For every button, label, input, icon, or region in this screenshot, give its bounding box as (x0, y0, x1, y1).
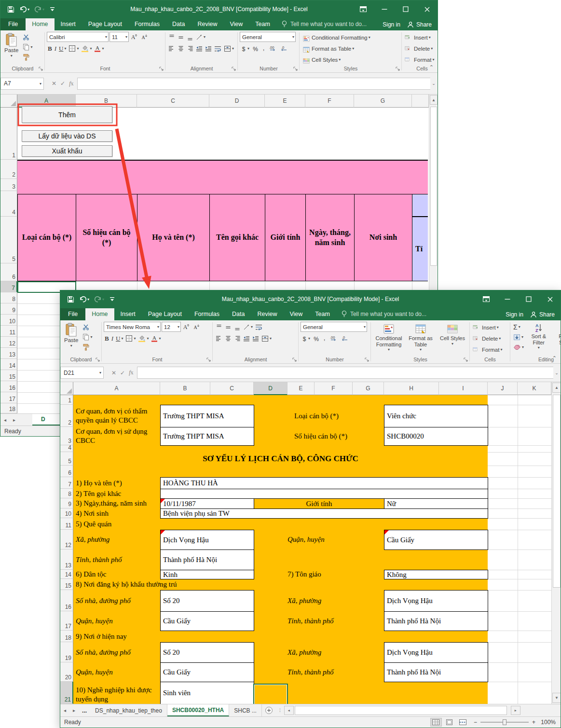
fill-color-button[interactable]: ▾ (137, 333, 150, 343)
copy-button[interactable]: ▾ (82, 332, 93, 342)
scroll-left-icon[interactable]: ◂ (284, 706, 294, 715)
zoom-thumb[interactable] (503, 719, 506, 725)
dialog-launcher-icon[interactable] (232, 67, 236, 71)
row-header-16[interactable]: 16 (60, 590, 73, 611)
borders-button[interactable]: ▾ (124, 333, 137, 343)
dialog-launcher-icon[interactable] (96, 357, 100, 362)
font-name-combo[interactable]: Times New Roma▾ (104, 322, 161, 332)
find-select-button[interactable]: Find & Select▾ (553, 322, 561, 351)
align-center-button[interactable] (177, 43, 185, 54)
row-header-4[interactable]: 4 (0, 191, 17, 217)
clear-button[interactable]: ▾ (512, 342, 525, 352)
tab-team[interactable]: Team (249, 18, 276, 30)
cell-styles-button[interactable]: Cell Styles▾ (437, 322, 468, 347)
row-header-15[interactable]: 15 (0, 370, 17, 381)
close-button[interactable] (416, 0, 438, 18)
scrollbar-thumb[interactable] (430, 107, 437, 266)
tell-me-box[interactable]: Tell me what you want to do... (336, 310, 431, 320)
row-header-14[interactable]: 14 (60, 570, 73, 579)
zoom-slider[interactable]: −+ (474, 719, 535, 726)
increase-indent-button[interactable] (251, 333, 260, 343)
scrollbar-thumb[interactable] (553, 395, 561, 588)
new-sheet-button[interactable] (262, 704, 276, 716)
tab-view[interactable]: View (223, 18, 249, 30)
tab-data[interactable]: Data (226, 308, 251, 320)
percent-style-button[interactable]: % (251, 43, 260, 54)
column-header-I[interactable]: I (439, 382, 488, 395)
decrease-indent-button[interactable] (242, 333, 251, 343)
dialog-launcher-icon[interactable] (293, 67, 298, 71)
column-header-D[interactable]: D (254, 382, 287, 395)
row-header-4[interactable]: 4 (60, 445, 73, 452)
row-header-13[interactable]: 13 (0, 348, 17, 359)
tab-insert[interactable]: Insert (114, 308, 142, 320)
insert-cells-button[interactable]: Insert▾ (404, 32, 438, 43)
decrease-decimal-button[interactable]: .0 (279, 43, 289, 54)
accounting-format-button[interactable]: $▾ (240, 43, 250, 54)
undo-button[interactable]: ▾ (17, 3, 31, 15)
row-header-21[interactable]: 21 (60, 682, 73, 704)
orientation-button[interactable]: ▾ (195, 32, 206, 42)
tab-home[interactable]: Home (85, 308, 114, 320)
sheet-tabs-overflow-button[interactable]: ... (79, 704, 90, 716)
column-header-D[interactable]: D (209, 95, 265, 108)
format-painter-button[interactable] (22, 52, 33, 62)
increase-decimal-button[interactable]: .00 (268, 43, 278, 54)
row-header-12[interactable]: 12 (0, 337, 17, 348)
column-header-J[interactable]: J (488, 382, 518, 395)
column-header-H[interactable]: H (384, 382, 439, 395)
align-right-button[interactable] (186, 43, 194, 54)
row-header-16[interactable]: 16 (0, 381, 17, 392)
align-top-button[interactable] (215, 322, 223, 332)
row-header-13[interactable]: 13 (60, 549, 73, 570)
row-header-1[interactable]: 1 (0, 108, 17, 160)
tab-data[interactable]: Data (166, 18, 191, 30)
dialog-launcher-icon[interactable] (159, 67, 164, 71)
dialog-launcher-icon[interactable] (464, 357, 468, 362)
cell-styles-button[interactable]: Cell Styles▾ (301, 54, 400, 65)
italic-button[interactable]: I (110, 333, 114, 343)
column-header-A[interactable]: A (17, 95, 76, 108)
expand-formula-bar-icon[interactable]: ⌄ (553, 371, 560, 375)
italic-button[interactable]: I (54, 43, 57, 54)
number-format-combo[interactable]: General▾ (301, 322, 367, 332)
cut-button[interactable] (82, 322, 93, 332)
row-header-5[interactable]: 5 (0, 217, 17, 263)
align-middle-button[interactable] (224, 322, 233, 332)
tab-insert[interactable]: Insert (55, 18, 82, 30)
dialog-launcher-icon[interactable] (396, 67, 400, 71)
row-header-6[interactable]: 6 (0, 263, 17, 281)
merge-center-button[interactable]: ▾ (223, 43, 235, 54)
form-button-them[interactable]: Thêm (22, 106, 112, 123)
tab-page-layout[interactable]: Page Layout (82, 18, 128, 30)
sheet-tab-2[interactable]: SHCB00020_HTHA (167, 704, 229, 716)
vertical-scrollbar[interactable]: ▲▼ (551, 382, 561, 704)
align-left-button[interactable] (167, 43, 176, 54)
scrollbar-thumb[interactable] (295, 706, 507, 715)
shrink-font-button[interactable]: A (140, 32, 149, 42)
row-header-9[interactable]: 9 (60, 498, 73, 508)
format-as-table-button[interactable]: Format as Table▾ (405, 322, 437, 353)
row-header-20[interactable]: 20 (60, 662, 73, 682)
row-header-9[interactable]: 9 (0, 303, 17, 315)
horizontal-scrollbar[interactable]: ◂▸ (284, 706, 561, 715)
sheet-nav-right-icon[interactable]: ▸ (69, 704, 79, 716)
delete-cells-button[interactable]: Delete▾ (404, 43, 438, 54)
scroll-down-icon[interactable]: ▼ (552, 693, 561, 703)
delete-cells-button[interactable]: Delete▾ (472, 333, 509, 344)
sort-filter-button[interactable]: AZSort & Filter▾ (525, 322, 552, 351)
cancel-icon[interactable]: ✕ (52, 80, 56, 87)
save-button[interactable] (5, 3, 16, 15)
row-header-7[interactable]: 7 (0, 281, 17, 292)
wrap-text-button[interactable] (254, 322, 263, 332)
row-header-6[interactable]: 6 (60, 466, 73, 477)
paste-button[interactable]: Paste▾ (62, 322, 80, 349)
form-button-lay-du-lieu[interactable]: Lấy dữ liệu vào DS (22, 130, 112, 142)
row-header-12[interactable]: 12 (60, 530, 73, 549)
align-middle-button[interactable] (177, 32, 185, 42)
sheet-tab-1[interactable]: DS_nhap_khau_tiep_theo (90, 704, 167, 716)
row-header-2[interactable]: 2 (0, 160, 17, 179)
dialog-launcher-icon[interactable] (365, 357, 369, 362)
align-left-button[interactable] (215, 333, 223, 343)
normal-view-button[interactable] (430, 718, 442, 727)
